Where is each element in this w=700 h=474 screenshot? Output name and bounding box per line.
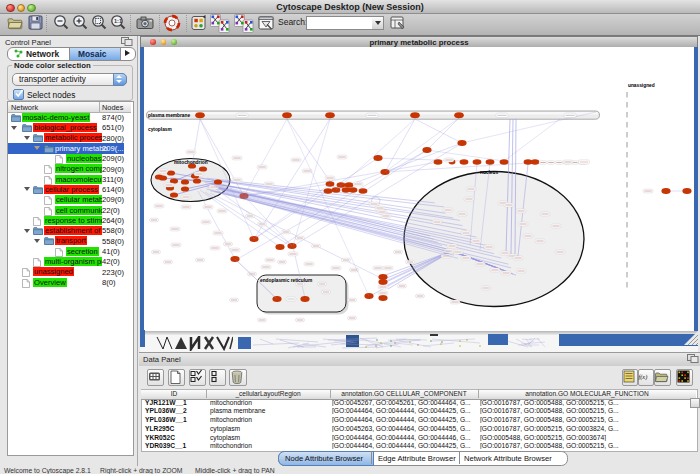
svg-text:f(x): f(x) [639,373,648,381]
svg-text:unassigned: unassigned [628,83,655,88]
svg-text:plasma membrane: plasma membrane [148,113,190,118]
svg-text:cytoplasm: cytoplasm [148,127,172,132]
svg-text:endoplasmic reticulum: endoplasmic reticulum [260,278,312,283]
svg-text:nucleus: nucleus [480,170,498,175]
svg-text:1:1: 1:1 [114,18,122,24]
svg-text:mitochondrion: mitochondrion [174,160,208,165]
